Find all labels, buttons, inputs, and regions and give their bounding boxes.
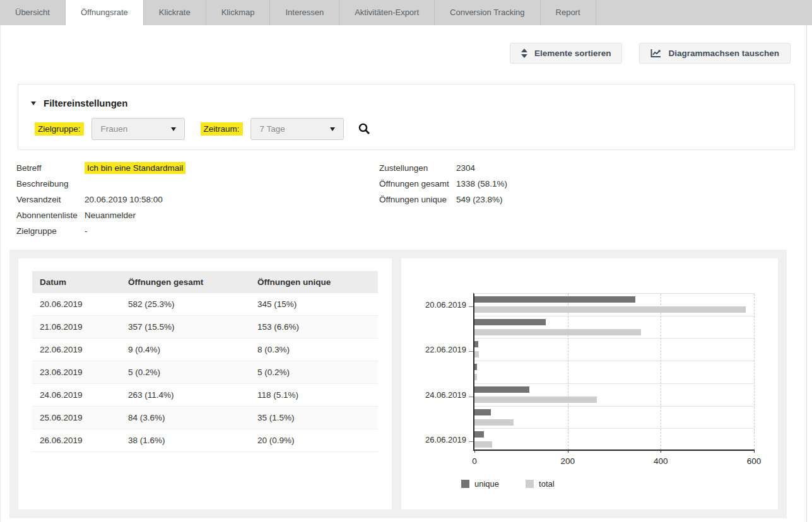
table-row: 21.06.2019357 (15.5%)153 (6.6%) — [32, 316, 378, 339]
chart-bar-total — [474, 374, 477, 380]
chart-gridline — [754, 294, 755, 450]
detail-label: Zielgruppe — [16, 226, 85, 236]
detail-value: 2304 — [456, 163, 475, 173]
table-row: 26.06.201938 (1.6%)20 (0.9%) — [32, 429, 378, 452]
zielgruppe-label: Zielgruppe: — [35, 122, 84, 136]
detail-row: Öffnungen unique549 (23.8%) — [379, 192, 507, 207]
chart-ytick — [469, 351, 473, 352]
chart-xtick — [754, 450, 755, 453]
table-cell: 20.06.2019 — [32, 293, 121, 316]
table-cell: 35 (1.5%) — [250, 407, 378, 429]
zeitraum-dropdown[interactable]: 7 Tage — [250, 118, 344, 140]
detail-row: Zustellungen2304 — [379, 160, 507, 176]
detail-label: Öffnungen unique — [379, 195, 456, 204]
table-cell: 582 (25.3%) — [121, 293, 250, 316]
chart-xtick — [474, 450, 475, 453]
tab-klickrate[interactable]: Klickrate — [144, 0, 206, 25]
chart-ytick — [469, 441, 473, 442]
chart-xtick — [661, 450, 661, 453]
chart-bar-unique — [474, 409, 491, 415]
filter-settings-panel: Filtereinstellungen Zielgruppe: Frauen Z… — [18, 84, 795, 150]
table-row: 22.06.20199 (0.4%)8 (0.3%) — [32, 339, 378, 361]
dropdown-caret-icon — [330, 127, 335, 131]
chart-gridline — [661, 294, 661, 450]
legend-swatch-unique — [461, 480, 469, 488]
detail-value: 549 (23.8%) — [456, 195, 503, 204]
chart-xlabel: 600 — [747, 456, 762, 466]
table-body: 20.06.2019582 (25.3%)345 (15%)21.06.2019… — [32, 293, 378, 452]
search-icon[interactable] — [358, 122, 371, 136]
filter-settings-title: Filtereinstellungen — [44, 98, 127, 108]
legend-label: total — [539, 479, 555, 489]
chart-bar-total — [474, 397, 597, 403]
table-cell: 24.06.2019 — [32, 384, 121, 407]
table-cell: 23.06.2019 — [32, 361, 121, 384]
legend-label: unique — [474, 479, 499, 489]
zielgruppe-dropdown[interactable]: Frauen — [91, 118, 185, 140]
zeitraum-label: Zeitraum: — [201, 122, 243, 136]
chart-row — [474, 407, 754, 429]
zielgruppe-selected-value: Frauen — [101, 124, 128, 134]
table-cell: 345 (15%) — [250, 293, 378, 316]
tab-report[interactable]: Report — [541, 0, 596, 25]
chart-bar-total — [474, 419, 514, 426]
swap-chart-axes-label: Diagrammachsen tauschen — [668, 49, 779, 58]
filter-settings-header[interactable]: Filtereinstellungen — [31, 98, 794, 108]
table-cell: 25.06.2019 — [32, 407, 121, 429]
sort-arrows-icon — [521, 49, 527, 58]
results-panel: DatumÖffnungen gesamtÖffnungen unique 20… — [9, 250, 787, 518]
chart-legend: uniquetotal — [461, 479, 555, 489]
tab-conversion-tracking[interactable]: Conversion Tracking — [435, 0, 541, 25]
toolbar: Elemente sortieren Diagrammachsen tausch… — [510, 43, 791, 64]
detail-value: Neuanmelder — [85, 211, 136, 220]
detail-row: Versandzeit20.06.2019 10:58:00 — [16, 192, 185, 207]
table-cell: 263 (11.4%) — [121, 384, 250, 407]
detail-row: Zielgruppe- — [16, 223, 185, 239]
tab-aktivit-ten-export[interactable]: Aktivitäten-Export — [339, 0, 435, 25]
table-cell: 20 (0.9%) — [250, 429, 378, 452]
chart-bar-total — [474, 329, 641, 335]
table-cell: 21.06.2019 — [32, 316, 121, 339]
table-column-header: Öffnungen gesamt — [121, 271, 250, 293]
chart-row — [474, 384, 754, 407]
tab-interessen[interactable]: Interessen — [270, 0, 339, 25]
chart-ytick — [469, 306, 473, 307]
tab--ffnungsrate[interactable]: Öffnungsrate — [66, 0, 144, 25]
detail-row: Öffnungen gesamt1338 (58.1%) — [379, 176, 507, 192]
table-cell: 9 (0.4%) — [121, 339, 250, 361]
chart-ytick — [469, 397, 473, 397]
detail-value: - — [85, 226, 88, 236]
table-cell: 26.06.2019 — [32, 429, 121, 452]
detail-label: Zustellungen — [379, 163, 456, 173]
chart-ylabel: 26.06.2019 — [425, 435, 466, 444]
chart-plot: 20.06.201922.06.201924.06.201926.06.2019… — [473, 293, 754, 451]
legend-item-unique: unique — [461, 479, 499, 489]
collapse-caret-icon — [31, 102, 36, 105]
chart-xlabel: 0 — [472, 456, 477, 466]
chart-xtick — [568, 450, 568, 453]
filter-controls-row: Zielgruppe: Frauen Zeitraum: 7 Tage — [31, 118, 794, 140]
detail-value: 20.06.2019 10:58:00 — [85, 195, 163, 204]
table-cell: 5 (0.2%) — [121, 361, 250, 384]
openings-table: DatumÖffnungen gesamtÖffnungen unique 20… — [32, 271, 378, 452]
sort-elements-label: Elemente sortieren — [534, 49, 611, 58]
mail-details-left: BetreffIch bin eine StandardmailBeschrei… — [16, 160, 185, 239]
table-cell: 84 (3.6%) — [121, 407, 250, 429]
swap-chart-axes-button[interactable]: Diagrammachsen tauschen — [639, 43, 791, 64]
legend-item-total: total — [526, 479, 555, 489]
detail-label: Betreff — [16, 163, 85, 173]
chart-row — [474, 294, 754, 316]
chart-bar-total — [474, 351, 479, 357]
tab-klickmap[interactable]: Klickmap — [206, 0, 271, 25]
chart-row — [474, 316, 754, 339]
chart-bar-unique — [474, 431, 484, 438]
sort-elements-button[interactable]: Elemente sortieren — [510, 43, 623, 64]
detail-value: Ich bin eine Standardmail — [85, 162, 185, 174]
tab--bersicht[interactable]: Übersicht — [0, 0, 66, 25]
detail-label: Öffnungen gesamt — [379, 179, 456, 188]
table-row: 23.06.20195 (0.2%)5 (0.2%) — [32, 361, 378, 384]
dropdown-caret-icon — [171, 127, 176, 131]
chart-bar-total — [474, 306, 746, 313]
detail-label: Abonnentenliste — [16, 211, 85, 220]
table-cell: 357 (15.5%) — [121, 316, 250, 339]
